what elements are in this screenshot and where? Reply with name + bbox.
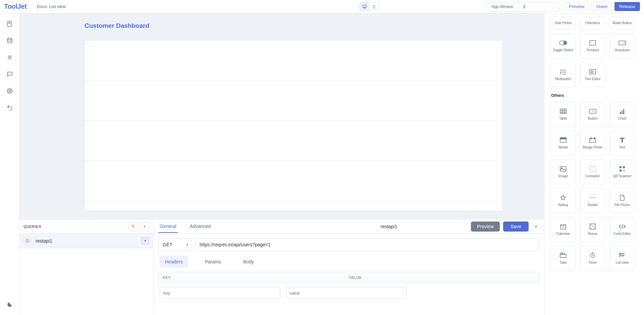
component-radio-button[interactable]: Radio Button — [609, 17, 635, 29]
component-multiselect[interactable]: Multiselect — [550, 62, 576, 87]
svg-rect-5 — [7, 21, 11, 26]
component-file-picker[interactable]: File Picker — [609, 188, 635, 213]
image-icon — [560, 166, 567, 172]
component-text[interactable]: Text — [609, 131, 635, 155]
svg-rect-53 — [620, 255, 621, 256]
component-divider[interactable]: Divider — [580, 188, 605, 213]
theme-toggle-moon-icon[interactable] — [6, 301, 13, 308]
query-item-restapi1[interactable]: restapi1 — [19, 234, 153, 248]
code-icon — [619, 223, 626, 230]
svg-rect-49 — [560, 253, 562, 254]
listview-row — [85, 161, 502, 201]
collapse-panel-button[interactable] — [533, 224, 539, 229]
tab-headers[interactable]: Headers — [160, 256, 188, 268]
top-actions: Preview Share Release — [565, 2, 640, 11]
chevron-down-icon — [533, 224, 539, 229]
component-range-picker[interactable]: Range Picker — [580, 131, 605, 155]
desktop-icon — [362, 4, 367, 9]
share-button[interactable]: Share — [592, 2, 612, 11]
http-method-select[interactable]: GET — [158, 238, 192, 251]
database-icon[interactable] — [6, 37, 13, 44]
component-button[interactable]: OKButton — [580, 102, 605, 127]
svg-rect-50 — [562, 253, 565, 254]
svg-rect-36 — [620, 166, 622, 168]
canvas-area: Customer Dashboard QUERIES + restapi1 — [19, 13, 544, 315]
header-key-input[interactable] — [160, 287, 280, 299]
search-queries-button[interactable] — [128, 222, 138, 231]
svg-rect-52 — [620, 253, 621, 254]
chart-icon — [619, 108, 625, 115]
listview-component[interactable] — [85, 40, 502, 211]
component-checkbox[interactable]: Checkbox — [580, 17, 605, 29]
query-save-button[interactable]: Save — [503, 222, 529, 232]
divider-icon — [589, 194, 596, 201]
header-value-input[interactable] — [286, 287, 407, 299]
component-toggle-switch[interactable]: Toggle Switch — [550, 34, 576, 58]
component-calendar[interactable]: 18Calendar — [550, 217, 576, 242]
tab-params[interactable]: Params — [200, 256, 226, 268]
svg-rect-32 — [594, 137, 595, 139]
star-icon — [560, 194, 566, 201]
query-preview-button[interactable]: Preview — [471, 222, 500, 232]
settings-icon[interactable] — [6, 87, 13, 94]
svg-point-11 — [132, 225, 134, 227]
component-list-view[interactable]: List view — [609, 246, 635, 271]
component-iframe[interactable]: Iframe — [580, 217, 605, 242]
add-query-button[interactable]: + — [140, 222, 149, 231]
component-text-editor[interactable]: Text Editor — [580, 62, 605, 87]
component-timer[interactable]: Timer — [580, 246, 605, 271]
svg-text:T: T — [591, 41, 592, 43]
run-query-button[interactable] — [141, 237, 149, 245]
svg-rect-38 — [620, 170, 622, 172]
component-table[interactable]: Table — [550, 102, 576, 127]
component-tabs[interactable]: Tabs — [550, 246, 576, 271]
mobile-icon — [372, 4, 376, 9]
tab-advanced[interactable]: Advanced — [189, 220, 212, 233]
column-key: KEY — [163, 275, 349, 279]
section-others: Others — [551, 93, 638, 98]
mobile-toggle[interactable] — [369, 3, 379, 11]
column-value: VALUE — [349, 275, 362, 279]
tab-general[interactable]: General — [158, 220, 178, 233]
toggle-icon — [559, 40, 567, 46]
listview-row — [85, 121, 502, 161]
preview-button[interactable]: Preview — [565, 2, 589, 11]
svg-point-16 — [564, 42, 566, 44]
component-dropdown[interactable]: Dropdown — [609, 34, 635, 58]
url-input[interactable] — [195, 238, 539, 251]
chevron-down-icon: ⌄ — [553, 5, 555, 9]
component-modal[interactable]: Modal — [550, 131, 576, 155]
svg-point-8 — [7, 38, 12, 40]
undo-icon[interactable] — [6, 104, 13, 111]
component-image[interactable]: Image — [550, 160, 576, 184]
component-container[interactable]: Container — [580, 160, 605, 184]
component-qr-scanner[interactable]: QR Scanner — [609, 160, 635, 184]
canvas-inner[interactable]: Customer Dashboard — [66, 13, 521, 221]
calendar-icon: 18 — [560, 223, 566, 230]
component-textarea[interactable]: T Textarea — [580, 34, 605, 58]
timer-icon — [590, 252, 596, 259]
tab-body[interactable]: Body — [238, 256, 259, 268]
svg-rect-37 — [623, 166, 625, 168]
comments-icon[interactable] — [6, 70, 13, 78]
app-version-selector[interactable]: App Version 1⌄ — [486, 2, 559, 11]
listview-row — [85, 41, 502, 81]
component-chart[interactable]: Chart — [609, 102, 635, 127]
qr-icon — [619, 166, 625, 172]
pages-icon[interactable] — [6, 20, 13, 27]
query-editor: General Advanced restapi1 Preview Save G… — [154, 219, 544, 315]
modal-icon — [560, 137, 567, 143]
search-icon — [131, 224, 136, 229]
svg-point-13 — [27, 240, 28, 242]
left-rail — [0, 13, 19, 315]
svg-rect-48 — [560, 254, 566, 258]
table-icon — [560, 108, 567, 115]
svg-line-12 — [134, 227, 135, 228]
release-button[interactable]: Release — [614, 2, 640, 11]
component-rating[interactable]: Rating — [550, 188, 576, 213]
component-code-editor[interactable]: Code Editor — [609, 217, 635, 242]
device-toggle — [360, 2, 379, 11]
desktop-toggle[interactable] — [360, 3, 369, 11]
debug-icon[interactable] — [6, 54, 13, 61]
component-date-picker[interactable]: Date Picker — [550, 17, 576, 29]
